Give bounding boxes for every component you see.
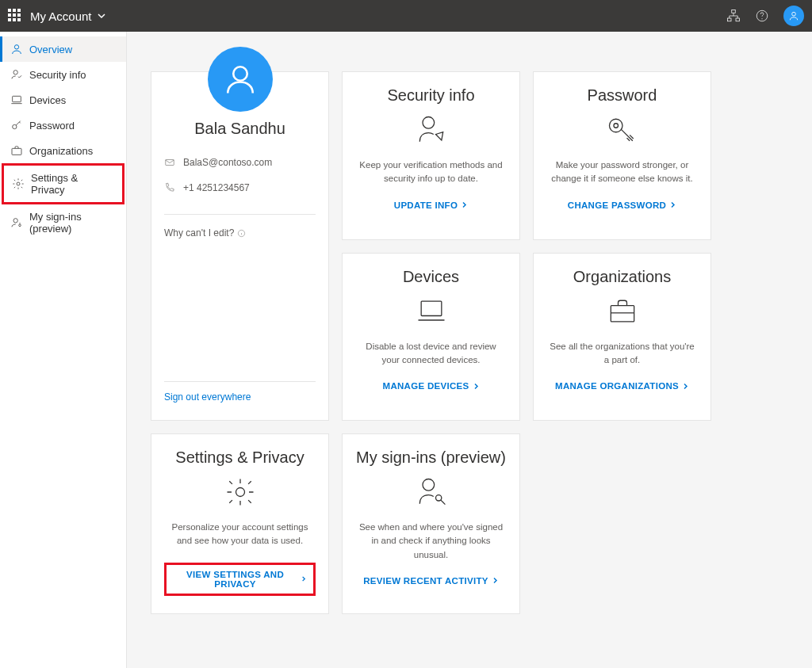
svg-point-5 — [792, 12, 796, 16]
nav-devices[interactable]: Devices — [0, 87, 126, 113]
chevron-right-icon — [682, 383, 689, 390]
svg-rect-21 — [611, 305, 634, 321]
nav-settings-privacy[interactable]: Settings & Privacy — [2, 163, 124, 204]
svg-point-18 — [609, 119, 622, 132]
svg-point-24 — [435, 495, 441, 501]
help-icon[interactable] — [755, 9, 769, 23]
sidebar: Overview Security info Devices Password … — [0, 32, 127, 668]
profile-avatar — [208, 47, 273, 112]
card-desc: Disable a lost device and review your co… — [355, 340, 507, 368]
main-content: Bala Sandhu BalaS@contoso.com +1 4251234… — [127, 32, 812, 668]
review-recent-activity-link[interactable]: REVIEW RECENT ACTIVITY — [363, 576, 499, 586]
chevron-right-icon — [669, 201, 676, 208]
phone-icon — [164, 182, 175, 193]
gear-icon — [223, 475, 258, 510]
devices-card: Devices Disable a lost device and review… — [342, 253, 520, 422]
my-signins-card: My sign-ins (preview) See when and where… — [342, 433, 520, 614]
card-desc: See all the organizations that you're a … — [546, 340, 698, 368]
brand-label: My Account — [30, 10, 92, 23]
laptop-icon — [10, 94, 23, 106]
svg-rect-2 — [736, 18, 740, 21]
card-title: Devices — [403, 268, 459, 286]
svg-rect-0 — [732, 10, 736, 13]
mail-icon — [164, 157, 175, 168]
card-title: Password — [588, 86, 657, 105]
nav-label: Password — [29, 120, 75, 132]
profile-email-row: BalaS@contoso.com — [164, 157, 316, 168]
nav-label: Overview — [29, 44, 72, 55]
divider — [164, 214, 316, 215]
topbar: My Account — [0, 0, 812, 32]
card-desc: See when and where you've signed in and … — [355, 521, 507, 562]
briefcase-icon — [10, 144, 23, 157]
nav-overview[interactable]: Overview — [0, 36, 126, 62]
sign-out-everywhere-link[interactable]: Sign out everywhere — [164, 381, 316, 403]
card-title: My sign-ins (preview) — [356, 449, 506, 467]
brand-dropdown[interactable]: My Account — [30, 10, 106, 23]
person-icon — [788, 10, 799, 21]
password-card: Password Make your password stronger, or… — [533, 71, 711, 240]
card-desc: Make your password stronger, or change i… — [546, 158, 698, 186]
svg-rect-20 — [421, 301, 442, 315]
why-cant-edit-link[interactable]: Why can't I edit? — [164, 227, 316, 239]
svg-rect-8 — [13, 96, 21, 101]
profile-card: Bala Sandhu BalaS@contoso.com +1 4251234… — [151, 71, 329, 421]
update-info-link[interactable]: UPDATE INFO — [394, 200, 468, 210]
svg-rect-10 — [12, 148, 21, 155]
chevron-down-icon — [97, 11, 106, 21]
profile-phone: +1 4251234567 — [183, 182, 250, 193]
svg-point-7 — [13, 71, 17, 74]
chevron-right-icon — [473, 383, 480, 390]
card-title: Security info — [387, 86, 474, 105]
svg-point-4 — [761, 18, 762, 19]
laptop-icon — [414, 294, 449, 329]
svg-point-12 — [13, 219, 17, 223]
organizations-card: Organizations See all the organizations … — [533, 253, 711, 422]
card-title: Settings & Privacy — [175, 449, 304, 467]
security-info-icon — [414, 113, 449, 147]
profile-email: BalaS@contoso.com — [183, 157, 272, 168]
manage-devices-link[interactable]: MANAGE DEVICES — [383, 381, 480, 391]
briefcase-icon — [605, 294, 640, 329]
nav-label: Organizations — [29, 145, 93, 157]
key-icon — [605, 113, 640, 147]
manage-organizations-link[interactable]: MANAGE ORGANIZATIONS — [555, 381, 689, 391]
svg-point-14 — [233, 67, 247, 81]
nav-password[interactable]: Password — [0, 113, 126, 138]
card-desc: Personalize your account settings and se… — [164, 521, 316, 548]
info-icon — [237, 229, 246, 238]
signin-icon — [414, 475, 449, 510]
nav-security-info[interactable]: Security info — [0, 62, 126, 87]
card-title: Organizations — [573, 268, 671, 286]
person-icon — [10, 43, 23, 55]
key-icon — [10, 119, 23, 132]
signin-icon — [10, 216, 23, 229]
security-info-card: Security info Keep your verification met… — [342, 71, 520, 240]
svg-rect-15 — [166, 160, 174, 166]
svg-point-17 — [423, 117, 435, 129]
nav-label: My sign-ins (preview) — [29, 211, 118, 235]
nav-my-signins[interactable]: My sign-ins (preview) — [0, 204, 126, 241]
chevron-right-icon — [461, 201, 468, 208]
user-avatar[interactable] — [783, 6, 804, 26]
topbar-right — [726, 6, 804, 26]
nav-label: Devices — [29, 94, 66, 106]
person-icon — [224, 63, 257, 96]
gear-icon — [12, 177, 25, 190]
view-settings-privacy-link[interactable]: VIEW SETTINGS AND PRIVACY — [164, 563, 316, 596]
svg-point-11 — [17, 182, 20, 185]
svg-point-23 — [423, 479, 435, 491]
change-password-link[interactable]: CHANGE PASSWORD — [568, 200, 676, 210]
nav-label: Security info — [29, 69, 86, 81]
svg-point-22 — [236, 488, 244, 497]
org-chart-icon[interactable] — [726, 9, 741, 23]
svg-point-9 — [13, 124, 17, 128]
nav-organizations[interactable]: Organizations — [0, 138, 126, 163]
profile-name: Bala Sandhu — [164, 120, 316, 138]
svg-point-13 — [19, 224, 21, 227]
chevron-right-icon — [301, 575, 307, 582]
svg-point-19 — [614, 124, 619, 128]
app-launcher-icon[interactable] — [8, 9, 22, 23]
nav-label: Settings & Privacy — [31, 172, 114, 196]
security-icon — [10, 68, 23, 81]
